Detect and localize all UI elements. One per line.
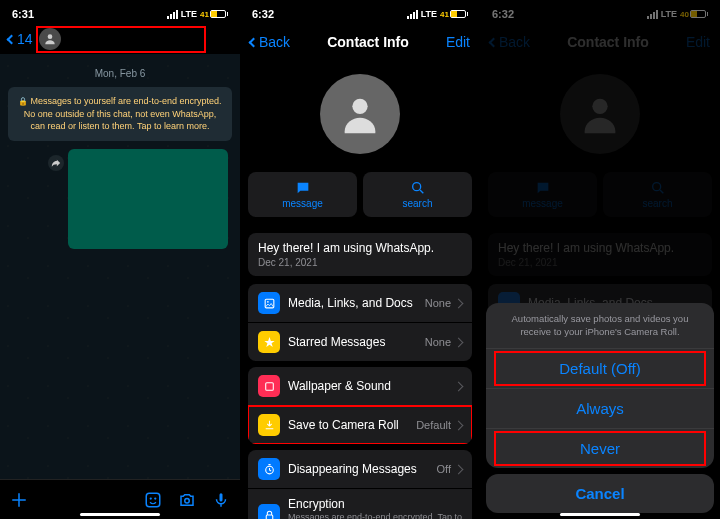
contact-avatar-large[interactable] bbox=[320, 74, 400, 154]
camera-icon[interactable] bbox=[178, 491, 196, 509]
svg-point-9 bbox=[267, 301, 269, 303]
date-separator: Mon, Feb 6 bbox=[8, 68, 232, 79]
svg-rect-12 bbox=[266, 515, 273, 519]
svg-point-6 bbox=[352, 99, 367, 114]
chat-header[interactable]: 14 bbox=[0, 24, 240, 54]
person-icon bbox=[337, 91, 383, 137]
wallpaper-sound-row[interactable]: Wallpaper & Sound bbox=[248, 367, 472, 406]
status-bar: 6:32 LTE 41 bbox=[240, 0, 480, 24]
nav-bar: Back Contact Info Edit bbox=[240, 24, 480, 60]
action-buttons: message search bbox=[240, 172, 480, 225]
mic-icon[interactable] bbox=[212, 491, 230, 509]
status-block[interactable]: Hey there! I am using WhatsApp. Dec 21, … bbox=[248, 233, 472, 276]
status-text: Hey there! I am using WhatsApp. bbox=[258, 241, 462, 255]
svg-point-2 bbox=[150, 497, 152, 499]
starred-messages-row[interactable]: Starred Messages None bbox=[248, 323, 472, 361]
plus-icon[interactable] bbox=[10, 491, 28, 509]
forward-icon bbox=[51, 158, 61, 168]
settings-group: Wallpaper & Sound Save to Camera Roll De… bbox=[248, 367, 472, 444]
save-to-camera-roll-row[interactable]: Save to Camera Roll Default bbox=[248, 406, 472, 444]
sheet-title: Automatically save photos and videos you… bbox=[486, 303, 714, 349]
download-icon bbox=[258, 414, 280, 436]
chat-screen: 6:31 LTE 41 14 Mon, Feb 6 Messages to yo… bbox=[0, 0, 240, 519]
wallpaper-icon bbox=[258, 375, 280, 397]
status-right: LTE 41 bbox=[167, 9, 228, 19]
status-bar: 6:31 LTE 41 bbox=[0, 0, 240, 24]
cancel-button[interactable]: Cancel bbox=[486, 474, 714, 513]
signal-icon bbox=[407, 10, 418, 19]
signal-icon bbox=[167, 10, 178, 19]
encryption-note[interactable]: Messages to yourself are end-to-end encr… bbox=[8, 87, 232, 141]
home-indicator bbox=[80, 513, 160, 516]
svg-rect-1 bbox=[146, 493, 160, 507]
contact-body: message search Hey there! I am using Wha… bbox=[240, 60, 480, 519]
unread-count: 14 bbox=[17, 31, 33, 47]
page-title: Contact Info bbox=[327, 34, 409, 50]
timer-icon bbox=[258, 458, 280, 480]
status-time: 6:31 bbox=[12, 8, 34, 20]
option-always[interactable]: Always bbox=[486, 389, 714, 429]
privacy-group: Disappearing Messages Off Encryption Mes… bbox=[248, 450, 472, 519]
disappearing-messages-row[interactable]: Disappearing Messages Off bbox=[248, 450, 472, 489]
message-icon bbox=[295, 180, 311, 196]
battery-icon: 41 bbox=[200, 10, 228, 19]
battery-icon: 41 bbox=[440, 10, 468, 19]
back-button[interactable]: 14 bbox=[8, 31, 33, 47]
sent-image-message[interactable] bbox=[68, 149, 228, 249]
svg-point-0 bbox=[47, 34, 52, 39]
forward-button[interactable] bbox=[48, 155, 64, 171]
chat-body[interactable]: Mon, Feb 6 Messages to yourself are end-… bbox=[0, 54, 240, 479]
edit-button[interactable]: Edit bbox=[446, 34, 470, 50]
encryption-row[interactable]: Encryption Messages are end-to-end encry… bbox=[248, 489, 472, 519]
media-group: Media, Links, and Docs None Starred Mess… bbox=[248, 284, 472, 361]
option-never[interactable]: Never bbox=[486, 429, 714, 468]
sheet-options-group: Automatically save photos and videos you… bbox=[486, 303, 714, 468]
status-date: Dec 21, 2021 bbox=[258, 257, 462, 268]
chevron-left-icon bbox=[7, 34, 17, 44]
chevron-left-icon bbox=[249, 37, 259, 47]
network-label: LTE bbox=[181, 9, 197, 19]
option-default[interactable]: Default (Off) bbox=[486, 349, 714, 389]
svg-rect-8 bbox=[265, 299, 274, 308]
svg-rect-5 bbox=[220, 493, 223, 501]
person-icon bbox=[43, 32, 57, 46]
message-button[interactable]: message bbox=[248, 172, 357, 217]
svg-point-4 bbox=[185, 498, 190, 503]
network-label: LTE bbox=[421, 9, 437, 19]
lock-icon bbox=[258, 504, 280, 519]
status-right: LTE 41 bbox=[407, 9, 468, 19]
status-time: 6:32 bbox=[252, 8, 274, 20]
action-sheet-screen: 6:32 LTE 40 Back Contact Info Edit messa… bbox=[480, 0, 720, 519]
search-icon bbox=[410, 180, 426, 196]
action-sheet: Automatically save photos and videos you… bbox=[486, 303, 714, 513]
sticker-icon[interactable] bbox=[144, 491, 162, 509]
lock-icon bbox=[18, 96, 30, 106]
search-button[interactable]: search bbox=[363, 172, 472, 217]
svg-rect-10 bbox=[265, 382, 273, 390]
star-icon bbox=[258, 331, 280, 353]
svg-point-7 bbox=[412, 183, 420, 191]
media-links-docs-row[interactable]: Media, Links, and Docs None bbox=[248, 284, 472, 323]
home-indicator bbox=[560, 513, 640, 516]
media-icon bbox=[258, 292, 280, 314]
back-button[interactable]: Back bbox=[250, 34, 290, 50]
svg-point-3 bbox=[154, 497, 156, 499]
contact-avatar[interactable] bbox=[39, 28, 61, 50]
contact-info-screen: 6:32 LTE 41 Back Contact Info Edit messa… bbox=[240, 0, 480, 519]
